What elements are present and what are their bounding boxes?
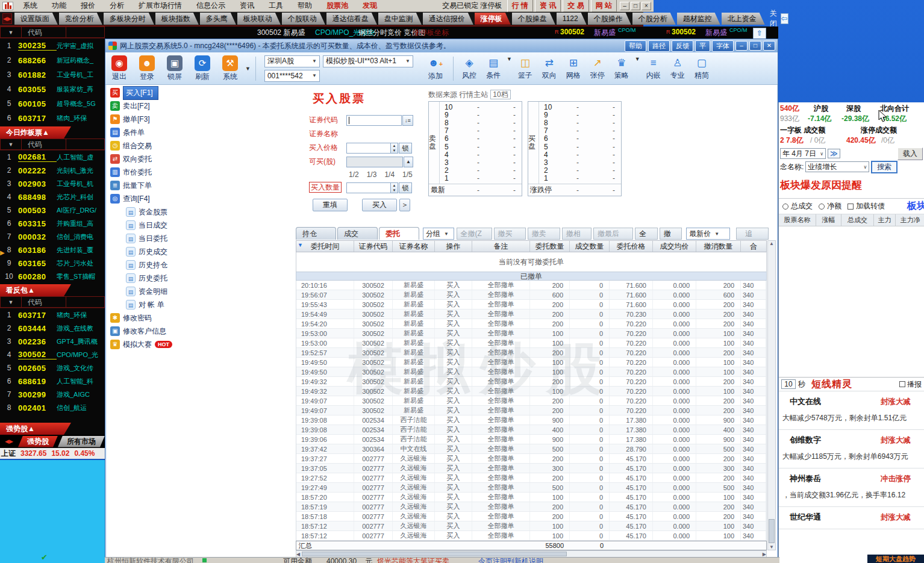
table-row[interactable]: 19:49:32300502新易盛买入全部撤单200070.2200.00020… <box>296 377 766 387</box>
fraction-fifth[interactable]: 1/5 <box>402 170 413 179</box>
orders-button[interactable]: 撤买(X) <box>494 228 526 240</box>
font-button[interactable]: 字体 <box>712 40 734 52</box>
table-row[interactable]: 19:37:42300364中文在线买入全部撤单500028.7900.0005… <box>296 444 766 454</box>
date-next-button[interactable]: ≫ <box>828 149 840 158</box>
table-row[interactable]: 19:55:43300502新易盛买入全部撤单200071.6000.00020… <box>296 300 766 309</box>
stock-row[interactable]: 5600105超导概念_5G <box>0 96 105 111</box>
account-number-select[interactable]: 001****542▼ <box>264 70 320 82</box>
stock-row[interactable]: 1603717猪肉_环保 <box>0 308 105 322</box>
nav-item[interactable]: ▤历史委托 <box>108 272 201 285</box>
menu-item[interactable]: 功能 <box>45 0 73 12</box>
stock-row[interactable]: 7000032信创_消费电 <box>0 230 105 243</box>
nav-item[interactable]: ▤资金明细 <box>108 285 201 298</box>
section-banner[interactable]: 看反包▲ <box>0 284 71 296</box>
stock-row[interactable]: 2603444游戏_在线教 <box>0 322 105 335</box>
stock-row[interactable]: 2688266新冠药概念_ <box>0 53 105 67</box>
nav-item[interactable]: ♛模拟大赛HOT <box>108 338 201 351</box>
expand-button[interactable]: ＞ <box>399 199 410 211</box>
workspace-tab[interactable]: 通达信报价 <box>423 13 473 25</box>
table-row[interactable]: 19:37:05002777久远银海买入全部撤单300045.1700.0003… <box>296 464 766 473</box>
toolbar-button-锁屏[interactable]: ▣锁屏 <box>161 55 189 82</box>
help-button[interactable]: 帮助 <box>625 40 646 52</box>
workspace-tab[interactable]: 多头鹰 <box>200 13 236 25</box>
caret-icon[interactable]: ▼ <box>635 56 640 81</box>
stock-row[interactable]: 3002903工业母机_机 <box>0 177 105 190</box>
menu-item[interactable]: 分析 <box>102 0 131 12</box>
window-titlebar[interactable]: 网上股票交易系统5.0 - mncg248(****6496) - 本委托系统提… <box>105 39 778 52</box>
column-header[interactable]: 委托价格 <box>610 241 653 252</box>
table-row[interactable]: 19:49:32300502新易盛买入全部撤单100070.2200.00010… <box>296 387 766 396</box>
stock-row[interactable]: 6603717猪肉_环保 <box>0 111 105 125</box>
orders-tab[interactable]: 委托(F8) <box>379 227 419 240</box>
toolbar-button-篮子[interactable]: ◫篮子 <box>513 56 537 81</box>
table-row[interactable]: 19:53:00300502新易盛买入全部撤单100070.2200.00010… <box>296 338 766 348</box>
qty-spinner[interactable]: ▲▼ <box>391 182 398 193</box>
workspace-tab[interactable]: 个股联动 <box>282 13 325 25</box>
stock-row[interactable]: 4603055服装家纺_再 <box>0 82 105 96</box>
menu-item[interactable]: 扩展市场行情 <box>131 0 189 12</box>
menu-item[interactable]: 报价 <box>73 0 102 12</box>
stock-row[interactable]: 3601882工业母机_工 <box>0 67 105 82</box>
layout-switch-icon[interactable]: ◀▶ <box>2 13 12 24</box>
table-row[interactable]: 19:54:20300502新易盛买入全部撤单200070.2200.00020… <box>296 319 766 329</box>
nav-item[interactable]: ▣修改客户信息 <box>108 325 201 338</box>
orders-tab[interactable]: 持仓(F6) <box>296 227 336 240</box>
scroll-up-icon[interactable]: ⇧ <box>753 28 766 39</box>
more-actions-caret-icon[interactable]: ▼ <box>245 66 251 72</box>
price-spinner[interactable]: ▲▼ <box>391 143 398 154</box>
table-row[interactable]: 18:57:20002777久远银海买入全部撤单100045.1700.0001… <box>296 493 766 502</box>
tab-all-markets[interactable]: 所有市场 <box>58 436 105 447</box>
caret-icon[interactable]: ▼ <box>507 56 512 81</box>
radio-total-icon[interactable] <box>782 204 788 210</box>
column-header[interactable]: 委托数量 <box>530 241 570 252</box>
toolbar-button-条件[interactable]: ▤条件 <box>481 56 505 81</box>
notice-link[interactable]: 今页注明到新机说明 <box>478 558 543 563</box>
add-account-button[interactable]: ☻+ 添加 <box>422 56 449 81</box>
table-row[interactable]: 19:37:27002777久远银海买入全部撤单200045.1700.0002… <box>296 454 766 464</box>
search-button[interactable]: 搜索 <box>871 161 897 173</box>
feedback-button[interactable]: 反馈 <box>672 40 693 52</box>
nav-item[interactable]: ▤当日成交 <box>108 219 201 232</box>
date-select[interactable]: 年 4月 7日∨ <box>780 148 826 159</box>
workspace-tab[interactable]: 个股分析 <box>632 13 676 25</box>
stock-row[interactable]: 9603165芯片_污水处 <box>0 257 105 270</box>
nav-item[interactable]: ▤条件单 <box>108 126 201 139</box>
interval-input[interactable]: 10 <box>781 379 796 389</box>
stock-row[interactable]: 8002401信创_航运 <box>0 401 105 414</box>
fraction-half[interactable]: 1/2 <box>349 170 359 179</box>
toolbar-button-网格[interactable]: ⊞网格 <box>561 56 585 81</box>
qty-input[interactable] <box>346 182 391 193</box>
stock-row[interactable]: 1002681人工智能_虚 <box>0 151 105 164</box>
column-header[interactable]: 合 <box>741 241 766 252</box>
menu-item[interactable]: 信息公示 <box>189 0 233 12</box>
nav-item[interactable]: ▤资金股票 <box>108 205 201 219</box>
nav-item[interactable]: 卖卖出[F2] <box>108 99 201 113</box>
orders-button[interactable]: 全撤(Z /) <box>457 228 492 240</box>
workspace-tab[interactable]: 板块联动 <box>237 13 281 25</box>
orders-button[interactable]: 撤单 <box>660 228 682 240</box>
table-row[interactable]: 19:52:57300502新易盛买入全部撤单200070.2200.00020… <box>296 348 766 358</box>
pin-button[interactable]: 平 <box>695 40 710 52</box>
column-header[interactable]: 备注 <box>472 241 530 252</box>
sort-arrow-icon[interactable]: ▼ <box>0 138 22 150</box>
stock-row[interactable]: 4300502CPO/MPO_光 <box>0 348 105 361</box>
orders-tab[interactable]: 成交(F7) <box>337 227 378 240</box>
path-button[interactable]: 路径 <box>648 40 670 52</box>
close-button[interactable]: ✕ <box>763 41 775 51</box>
table-row[interactable]: 19:54:49300502新易盛买入全部撤单200070.2300.00020… <box>296 309 766 319</box>
nav-item[interactable]: ◎查询[F4] <box>108 192 201 205</box>
fraction-third[interactable]: 1/3 <box>367 170 377 179</box>
orders-button[interactable]: 撤最后(G) <box>593 228 633 240</box>
column-header[interactable]: 成交数量 <box>570 241 610 252</box>
fraction-quarter[interactable]: 1/4 <box>384 170 395 179</box>
table-row[interactable]: 19:39:08002534西子洁能买入全部撤单900017.3800.0009… <box>296 415 766 425</box>
toolbar-button-退出[interactable]: ◉退出 <box>105 55 133 82</box>
toolbar-button-内嵌[interactable]: ≡内嵌 <box>641 56 666 81</box>
broadcast-checkbox[interactable]: 播报 <box>899 379 922 390</box>
chase-order-button[interactable]: 追单 <box>736 228 769 240</box>
back-arrow-icon[interactable]: ⇦ <box>781 13 788 24</box>
stock-row[interactable]: 6603315并购重组_高 <box>0 217 105 230</box>
nav-item[interactable]: ▤对 帐 单 <box>108 298 201 311</box>
table-row[interactable]: 19:27:52002777久远银海买入全部撤单200045.1700.0002… <box>296 473 766 483</box>
vertical-scrollbar[interactable]: ▲▼ <box>767 240 776 550</box>
